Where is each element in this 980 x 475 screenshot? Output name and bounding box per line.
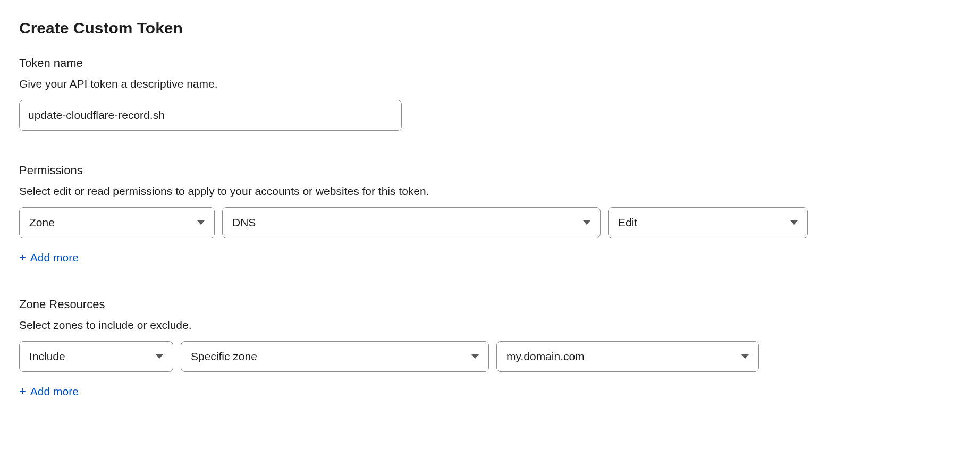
zone-mode-value: Include	[29, 350, 65, 363]
plus-icon: +	[19, 385, 26, 398]
zone-resources-section: Zone Resources Select zones to include o…	[19, 298, 961, 398]
chevron-down-icon	[156, 354, 163, 359]
zone-resources-heading: Zone Resources	[19, 298, 961, 311]
permissions-section: Permissions Select edit or read permissi…	[19, 164, 961, 265]
zone-resources-row: Include Specific zone my.domain.com	[19, 341, 961, 372]
token-name-section: Token name Give your API token a descrip…	[19, 56, 961, 131]
zone-type-select[interactable]: Specific zone	[181, 341, 489, 372]
chevron-down-icon	[790, 220, 798, 225]
permissions-resource-value: DNS	[232, 216, 256, 229]
permissions-heading: Permissions	[19, 164, 961, 177]
permissions-add-more-label: Add more	[30, 251, 79, 264]
zone-name-select[interactable]: my.domain.com	[496, 341, 759, 372]
permissions-level-select[interactable]: Edit	[608, 207, 808, 238]
permissions-scope-value: Zone	[29, 216, 55, 229]
token-name-input[interactable]	[19, 100, 402, 131]
token-name-heading: Token name	[19, 56, 961, 70]
zone-type-value: Specific zone	[191, 350, 257, 363]
chevron-down-icon	[741, 354, 749, 359]
zone-resources-description: Select zones to include or exclude.	[19, 319, 961, 332]
permissions-add-more-link[interactable]: + Add more	[19, 251, 79, 265]
chevron-down-icon	[197, 220, 205, 225]
permissions-resource-select[interactable]: DNS	[222, 207, 601, 238]
permissions-description: Select edit or read permissions to apply…	[19, 185, 961, 198]
chevron-down-icon	[471, 354, 479, 359]
plus-icon: +	[19, 251, 26, 265]
page-title: Create Custom Token	[19, 19, 961, 37]
permissions-scope-select[interactable]: Zone	[19, 207, 215, 238]
permissions-level-value: Edit	[618, 216, 637, 229]
chevron-down-icon	[583, 220, 590, 225]
zone-resources-add-more-label: Add more	[30, 385, 79, 398]
zone-name-value: my.domain.com	[506, 350, 585, 363]
token-name-description: Give your API token a descriptive name.	[19, 78, 961, 90]
zone-resources-add-more-link[interactable]: + Add more	[19, 385, 79, 398]
permissions-row: Zone DNS Edit	[19, 207, 961, 238]
zone-mode-select[interactable]: Include	[19, 341, 173, 372]
